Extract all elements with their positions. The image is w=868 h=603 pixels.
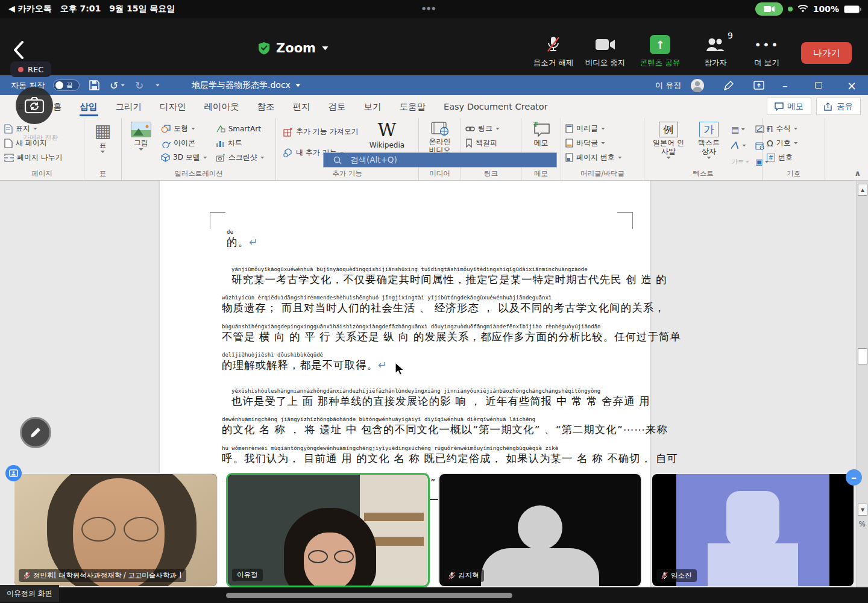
word-statusbar-zoom-fragment: % — [859, 520, 866, 528]
undo-icon: ↺ — [110, 80, 118, 92]
ribbon-display-options-button[interactable] — [753, 75, 764, 95]
close-button[interactable]: × — [847, 75, 857, 95]
wordart-button[interactable] — [729, 139, 751, 152]
footer-button[interactable]: 바닥글 — [564, 137, 624, 149]
tab-mailings[interactable]: 편지 — [284, 95, 319, 118]
icons-glyph-icon — [161, 139, 171, 148]
number-button[interactable]: # 번호 — [765, 151, 800, 164]
back-to-app[interactable]: ◀ 카카오톡 — [8, 4, 52, 14]
user-avatar[interactable] — [691, 75, 704, 95]
wikipedia-button[interactable]: W Wikipedia — [366, 120, 408, 151]
scroll-down-button[interactable]: ▼ — [858, 504, 867, 516]
scroll-up-button[interactable]: ▲ — [858, 184, 867, 196]
icons-button[interactable]: 아이콘 — [159, 137, 209, 149]
avatar-silhouette-head — [726, 491, 779, 546]
page-number-button[interactable]: 페이지 번호 — [564, 151, 624, 164]
comments-button[interactable]: 메모 — [767, 98, 811, 115]
page-break-button[interactable]: 페이지 나누기 — [2, 151, 64, 164]
textbox-button[interactable]: 가 텍스트 상자 — [691, 120, 727, 160]
pen-icon — [723, 80, 734, 91]
paragraph-mark-icon: ↵ — [249, 236, 259, 248]
leave-meeting-button[interactable]: 나가기 — [801, 42, 852, 64]
link-button[interactable]: 링크 — [464, 122, 511, 135]
share-document-button[interactable]: 공유 — [816, 98, 861, 115]
quick-access-customize-button[interactable] — [156, 75, 160, 95]
smartart-button[interactable]: SmartArt — [214, 122, 266, 135]
document-title-menu[interactable]: 地层学与器物形态学.docx — [192, 75, 301, 95]
horizontal-scrollbar[interactable] — [226, 593, 512, 598]
doc-line-3: wùzhìyícún érqiěduìdāngshírénmendeshèhuì… — [222, 295, 644, 314]
tab-draw[interactable]: 그리기 — [107, 95, 151, 118]
participants-button[interactable]: 9 참가자 — [688, 35, 743, 68]
chart-button[interactable]: 차트 — [214, 137, 266, 149]
pen-tools-button[interactable] — [723, 75, 734, 95]
switch-camera-button[interactable] — [16, 87, 53, 124]
3d-models-button[interactable]: 3D 모델 — [159, 151, 209, 164]
group-links: 링크 책갈피 상호 참조 링크 — [461, 118, 521, 180]
video2-shelf — [364, 513, 424, 522]
annotate-pencil-button[interactable] — [20, 417, 51, 448]
more-button[interactable]: ••• 더 보기 — [739, 35, 794, 68]
stop-video-button[interactable]: 비디오 중지 — [577, 35, 633, 68]
more-dots-icon: ••• — [754, 35, 779, 54]
video-tile-2[interactable]: 이유정 — [226, 473, 430, 587]
undo-button[interactable]: ↺ — [110, 75, 125, 95]
picture-button[interactable]: 그림 — [128, 120, 154, 152]
shapes-icon — [161, 125, 171, 133]
collapse-ribbon-button[interactable]: ∧ — [854, 169, 861, 178]
tab-design[interactable]: 디자인 — [151, 95, 195, 118]
share-up-arrow-icon: ↑ — [650, 35, 670, 54]
tab-review[interactable]: 검토 — [319, 95, 355, 118]
user-name: 이 유정 — [655, 75, 681, 95]
table-button[interactable]: ▦ 표 — [91, 120, 114, 154]
textbox-icon: 가 — [699, 122, 719, 137]
new-comment-icon — [532, 122, 550, 137]
group-header-footer: 머리글 바닥글 페이지 번호 머리글/바닥글 — [561, 118, 644, 180]
rec-dot-icon — [18, 67, 24, 72]
quick-parts-button[interactable]: ▤ — [729, 123, 751, 136]
minimize-videos-button[interactable]: – — [846, 469, 862, 486]
meeting-info-button[interactable]: Zoom — [258, 41, 329, 55]
online-video-button[interactable]: 온라인 비디오 — [423, 120, 458, 155]
tab-easy-document-creator[interactable]: Easy Document Creator — [435, 95, 557, 118]
save-button[interactable] — [89, 75, 99, 95]
doc-line-6: yěxǔshìshòuleshàngmiannàzhǒngdānxiàndezh… — [222, 388, 644, 408]
tab-layout[interactable]: 레이아웃 — [195, 95, 248, 118]
unmute-button[interactable]: 음소거 해제 — [526, 35, 581, 68]
participants-label: 참가자 — [704, 58, 727, 68]
share-content-button[interactable]: ↑ 콘텐츠 공유 — [632, 35, 688, 68]
mic-indicator-dot — [788, 7, 793, 11]
header-button[interactable]: 머리글 — [564, 122, 624, 135]
screenshot-button[interactable]: 스크린샷 — [214, 151, 266, 164]
share-content-label: 콘텐츠 공유 — [640, 58, 680, 68]
symbol-button[interactable]: Ω 기호 — [765, 137, 800, 149]
shapes-button[interactable]: 도형 — [159, 122, 209, 135]
scroll-thumb[interactable] — [858, 348, 867, 364]
participants-icon: 9 — [705, 35, 726, 54]
new-comment-button[interactable]: 메모 — [529, 120, 553, 148]
video-tile-1[interactable]: 정민휘[ 대학원석사과정재학 / 고고미술사학과 ] — [13, 473, 218, 587]
page-number-icon — [565, 153, 573, 162]
video1-glasses — [81, 517, 116, 542]
smartart-icon — [216, 125, 225, 133]
minimize-button[interactable]: – — [782, 75, 788, 95]
search-input[interactable]: 검색(Alt+Q) — [323, 152, 557, 167]
tab-help[interactable]: 도움말 — [391, 95, 435, 118]
video-tile-4[interactable]: 임소진 — [651, 473, 855, 587]
equation-button[interactable]: Π 수식 — [765, 122, 800, 135]
japanese-greeting-button[interactable]: 例 일본어 인 사말 — [649, 120, 688, 160]
gallery-view-toggle-button[interactable] — [5, 465, 22, 481]
restore-button[interactable] — [815, 75, 822, 95]
video-tile-3[interactable]: 김지혁 — [438, 473, 642, 587]
group-pages: 표지 새 페이지 페이지 나누기 페이지 — [0, 118, 84, 180]
dropcap-button[interactable]: 가≡ — [729, 155, 751, 168]
redo-button[interactable]: ↻ — [135, 75, 143, 95]
autosave-toggle[interactable]: 끔 — [53, 75, 80, 95]
back-button[interactable] — [13, 41, 24, 59]
tab-insert[interactable]: 삽입 — [71, 95, 107, 118]
tab-view[interactable]: 보기 — [355, 95, 391, 118]
tab-references[interactable]: 참조 — [248, 95, 284, 118]
get-addins-button[interactable]: 추가 기능 가져오기 — [281, 125, 360, 138]
bookmark-button[interactable]: 책갈피 — [464, 137, 511, 149]
avatar-silhouette-body — [708, 543, 798, 587]
